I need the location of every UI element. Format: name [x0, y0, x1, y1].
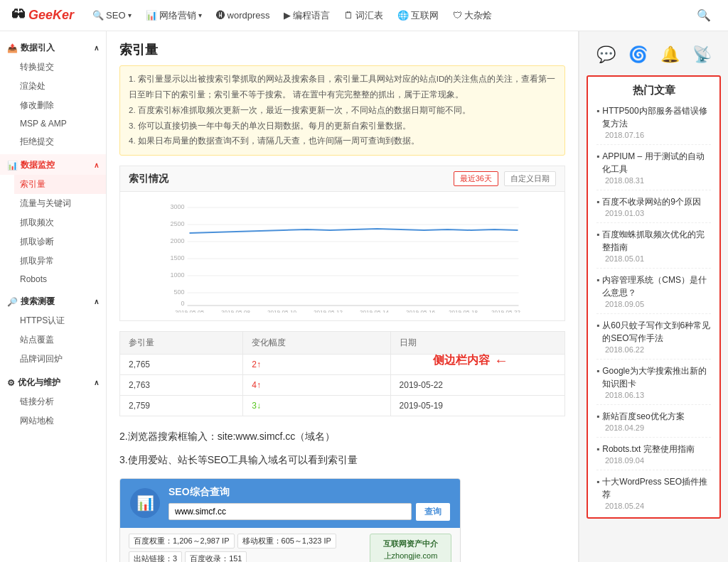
- chart-title: 索引情况: [129, 173, 168, 185]
- sidebar-item-https[interactable]: HTTPS认证: [14, 311, 106, 330]
- sidebar-item-crawl-error[interactable]: 抓取异常: [14, 252, 106, 271]
- bullet-icon: ▪: [596, 195, 599, 208]
- filter-recent-btn[interactable]: 最近36天: [454, 171, 498, 186]
- svg-text:1500: 1500: [170, 254, 184, 261]
- nav-items: 🔍 SEO ▾ 📊 网络营销 ▾ 🅦 wordpress ▶ 编程语言 🗒 词汇…: [85, 0, 691, 31]
- table-cell-change-2: 4↑: [243, 375, 390, 396]
- nav-item-misc[interactable]: 🛡 大杂烩: [446, 0, 499, 31]
- sidebar-item-brand-word[interactable]: 品牌词回炉: [14, 350, 106, 369]
- seo-tool-input[interactable]: [168, 503, 412, 520]
- bullet-icon: ▪: [596, 150, 599, 175]
- hot-articles-title: 热门文章: [596, 84, 711, 97]
- svg-text:2019-05-18: 2019-05-18: [449, 309, 478, 313]
- seo-cell: 移动权重：605～1,323 IP: [237, 534, 336, 549]
- table-annotation-area: 参引量 变化幅度 日期 2,765 2↑ 2,763 4↑ 2019-05-22: [119, 331, 565, 416]
- hot-articles-box: 热门文章 ▪ HTTP500内部服务器错误修复方法 2018.07.16 ▪ A…: [587, 75, 721, 519]
- programming-icon: ▶: [284, 10, 291, 21]
- sidebar-group-header-data-monitor[interactable]: 📊 数据监控 ∧: [0, 154, 106, 175]
- left-sidebar: 📤 数据引入 ∧ 转换提交 渲染处 修改删除 MSP & AMP 拒绝提交 📊 …: [0, 31, 107, 562]
- chart-container: 3000 2500 2000 1500 1000 500 0: [119, 191, 565, 321]
- sidebar-item-index-count[interactable]: 索引量: [14, 175, 106, 194]
- nav-item-internet[interactable]: 🌐 互联网: [390, 0, 446, 31]
- svg-text:0: 0: [181, 300, 184, 307]
- table-cell-index-2: 2,763: [120, 375, 243, 396]
- hot-article-link[interactable]: ▪ 内容管理系统（CMS）是什么意思？: [596, 274, 711, 299]
- hot-article-date: 2019.01.03: [605, 209, 711, 217]
- nav-item-glossary[interactable]: 🗒 词汇表: [337, 0, 390, 31]
- seo-tool-query-button[interactable]: 查询: [416, 503, 450, 521]
- hot-article-link[interactable]: ▪ 百度不收录网站的9个原因: [596, 195, 711, 208]
- search-coverage-icon: 🔎: [7, 297, 18, 307]
- nav-item-marketing[interactable]: 📊 网络营销 ▾: [139, 0, 209, 31]
- nav-search-button[interactable]: 🔍: [691, 9, 717, 22]
- svg-text:2019-05-14: 2019-05-14: [360, 309, 389, 313]
- hot-article-link[interactable]: ▪ 从60只蚊子写作文到6种常见的SEO写作手法: [596, 319, 711, 345]
- sidebar-item-render[interactable]: 渲染处: [14, 77, 106, 96]
- sidebar-item-robots[interactable]: Robots: [14, 271, 106, 288]
- hot-article-item: ▪ 新站百度seo优化方案 2018.04.29: [596, 410, 711, 438]
- hot-article-date: 2018.06.13: [605, 391, 711, 399]
- sidebar-item-reject-submit[interactable]: 拒绝提交: [14, 132, 106, 151]
- sidebar-group-header-search[interactable]: 🔎 搜索测覆 ∧: [0, 291, 106, 311]
- hot-article-link[interactable]: ▪ HTTP500内部服务器错误修复方法: [596, 104, 711, 130]
- sidebar-content-annotation: 侧边栏内容 ←: [433, 352, 508, 369]
- glossary-icon: 🗒: [344, 10, 353, 21]
- sidebar-item-crawl-diag[interactable]: 抓取诊断: [14, 232, 106, 252]
- chart-header: 索引情况 最近36天 自定义日期: [119, 166, 565, 191]
- hot-article-link[interactable]: ▪ 十大WordPress SEO插件推荐: [596, 475, 711, 501]
- main-layout: 📤 数据引入 ∧ 转换提交 渲染处 修改删除 MSP & AMP 拒绝提交 📊 …: [0, 31, 728, 562]
- sidebar-group-data-monitor: 📊 数据监控 ∧ 索引量 流量与关键词 抓取频次 抓取诊断 抓取异常 Robot…: [0, 154, 106, 288]
- chevron-down-icon2: ▾: [198, 11, 202, 19]
- wordpress-icon: 🅦: [216, 10, 225, 21]
- sidebar-group-header-data-import[interactable]: 📤 数据引入 ∧: [0, 37, 106, 58]
- annotation-arrow: ←: [494, 352, 508, 369]
- logo-area[interactable]: 🕶 GeeKer: [11, 7, 74, 23]
- seo-cell: 百度权重：1,206～2,987 IP: [129, 534, 235, 549]
- nav-item-wordpress[interactable]: 🅦 wordpress: [209, 0, 277, 31]
- col-header-date: 日期: [390, 332, 564, 355]
- hot-article-link[interactable]: ▪ 百度蜘蛛抓取频次优化的完整指南: [596, 228, 711, 254]
- sidebar-items-data-monitor: 索引量 流量与关键词 抓取频次 抓取诊断 抓取异常 Robots: [0, 175, 106, 288]
- hot-article-date: 2018.06.22: [605, 345, 711, 354]
- sidebar-item-msp-amp[interactable]: MSP & AMP: [14, 115, 106, 132]
- wechat-icon[interactable]: 💬: [596, 45, 616, 64]
- svg-text:2000: 2000: [170, 237, 184, 244]
- internet-icon: 🌐: [397, 10, 409, 21]
- hot-article-link[interactable]: ▪ Robots.txt 完整使用指南: [596, 443, 711, 455]
- notice-item-4: 4. 如果日布局量的数据查询不到，请隔几天查，也许间隔一周可查询到数据。: [129, 134, 556, 149]
- hot-article-link[interactable]: ▪ Google为大学搜索推出新的知识图卡: [596, 364, 711, 390]
- sidebar-item-site-check[interactable]: 网站地检: [14, 411, 106, 431]
- right-sidebar: 💬 🌀 🔔 📡 热门文章 ▪ HTTP500内部服务器错误修复方法 2018.0…: [579, 31, 728, 562]
- sidebar-item-traffic-keyword[interactable]: 流量与关键词: [14, 194, 106, 213]
- sidebar-item-edit-delete[interactable]: 修改删除: [14, 96, 106, 115]
- sidebar-item-link-analysis[interactable]: 链接分析: [14, 392, 106, 411]
- hot-article-link[interactable]: ▪ APPIUM – 用于测试的自动化工具: [596, 150, 711, 175]
- bullet-icon: ▪: [596, 443, 599, 455]
- hot-article-date: 2018.04.29: [605, 423, 711, 432]
- hot-article-item: ▪ 内容管理系统（CMS）是什么意思？ 2018.09.05: [596, 274, 711, 314]
- chevron-up-icon: ∧: [94, 44, 99, 52]
- social-icons-row: 💬 🌀 🔔 📡: [587, 38, 721, 75]
- rss-icon[interactable]: 📡: [692, 45, 712, 64]
- chart-section: 索引情况 最近36天 自定义日期 3000 2500 2000 1500 100…: [119, 166, 565, 321]
- bell-icon[interactable]: 🔔: [660, 45, 680, 64]
- seo-cell: 出站链接：3: [129, 551, 182, 562]
- seo-tool-input-row: 查询: [168, 503, 450, 521]
- nav-item-programming[interactable]: ▶ 编程语言: [277, 0, 337, 31]
- seo-tool-header: 📊 SEO综合查询 查询: [120, 479, 460, 528]
- filter-custom-btn[interactable]: 自定义日期: [504, 171, 556, 186]
- weibo-icon[interactable]: 🌀: [628, 45, 648, 64]
- sidebar-item-crawl-freq[interactable]: 抓取频次: [14, 213, 106, 232]
- table-cell-index-1: 2,765: [120, 355, 243, 375]
- hot-article-link[interactable]: ▪ 新站百度seo优化方案: [596, 410, 711, 423]
- hot-article-date: 2018.09.04: [605, 456, 711, 465]
- nav-item-seo[interactable]: 🔍 SEO ▾: [85, 0, 138, 31]
- sidebar-item-site-coverage[interactable]: 站点覆盖: [14, 330, 106, 350]
- sidebar-group-header-optimize[interactable]: ⚙ 优化与维护 ∧: [0, 372, 106, 392]
- table-cell-date-3: 2019-05-19: [390, 396, 564, 416]
- hot-article-date: 2018.05.01: [605, 254, 711, 263]
- page-title: 索引量: [119, 41, 565, 58]
- sidebar-group-search: 🔎 搜索测覆 ∧ HTTPS认证 站点覆盖 品牌词回炉: [0, 291, 106, 369]
- sidebar-item-convert-submit[interactable]: 转换提交: [14, 58, 106, 77]
- seo-tool-title: SEO综合查询: [168, 486, 450, 499]
